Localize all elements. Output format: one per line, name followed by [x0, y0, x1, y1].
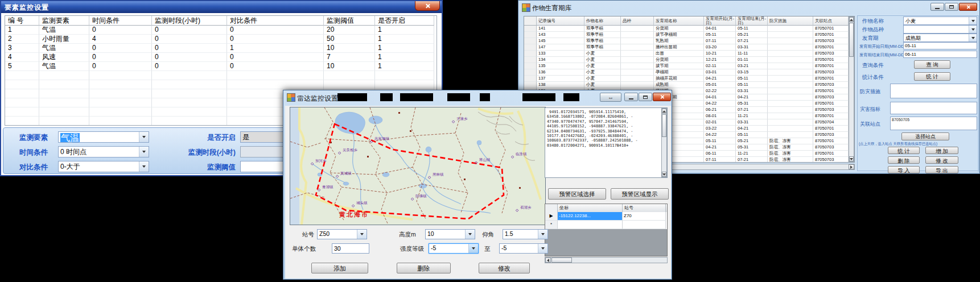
close-button[interactable]	[959, 3, 977, 11]
table-row[interactable]: 1气温000201	[5, 26, 437, 35]
column-header[interactable]: 防灾措施	[768, 16, 813, 26]
stat-button[interactable]: 统 计	[914, 72, 950, 81]
swap-view-button[interactable]: ⇔	[600, 93, 621, 102]
chevron-down-icon[interactable]	[357, 230, 367, 239]
table-row[interactable]: 133小麦出苗10-2111-1187050703	[524, 51, 854, 57]
table-vertical-scrollbar[interactable]	[849, 16, 854, 162]
column-header[interactable]: 监测要素	[39, 16, 89, 26]
scroll-down-icon[interactable]	[662, 172, 666, 177]
add-action-button[interactable]: 增 加	[925, 147, 958, 154]
column-header[interactable]: 监测阈值	[324, 16, 375, 26]
titlebar[interactable]: 要素监控设置	[1, 1, 442, 13]
table-row[interactable]: 3气温001101	[5, 44, 437, 53]
scroll-thumb[interactable]	[662, 114, 666, 137]
table-row[interactable]: 138小麦成熟期05-0105-1187050703	[524, 82, 854, 88]
crop-variety-combobox[interactable]	[903, 25, 977, 34]
table-row[interactable]: *	[545, 221, 667, 229]
column-header[interactable]: 关联站点	[813, 16, 849, 26]
table-row[interactable]	[5, 80, 437, 89]
chevron-down-icon[interactable]	[538, 244, 547, 253]
table-row[interactable]: 145双季早稻乳熟期07-1107-2187050703	[524, 38, 854, 44]
column-header[interactable]: 时间条件	[89, 16, 152, 26]
table-row[interactable]: 2小时雨量400501	[5, 35, 437, 44]
scroll-left-icon[interactable]	[545, 258, 551, 263]
maximize-button[interactable]	[945, 3, 958, 11]
chevron-down-icon[interactable]	[538, 230, 547, 239]
scroll-up-icon[interactable]	[662, 109, 666, 114]
chevron-down-icon[interactable]	[969, 26, 977, 33]
column-header[interactable]: 品种	[621, 16, 654, 26]
titlebar[interactable]: 作物生育期库	[518, 1, 979, 14]
table-row[interactable]: 147双季早稻播种出苗期03-2003-3187050701	[524, 44, 854, 51]
column-header[interactable]: 记录编号	[537, 16, 584, 26]
column-header[interactable]	[545, 204, 558, 212]
delete-button[interactable]: 删除	[397, 263, 451, 273]
elevation-combobox[interactable]: 1.5	[503, 229, 548, 239]
warning-area-select-button[interactable]: 预警区域选择	[548, 188, 606, 200]
chevron-down-icon[interactable]	[139, 147, 149, 157]
table-row[interactable]	[5, 71, 437, 80]
scroll-down-icon[interactable]	[849, 156, 854, 161]
delete-action-button[interactable]: 删 除	[888, 156, 920, 164]
column-header[interactable]: 坐标	[558, 204, 623, 212]
close-button[interactable]	[415, 1, 440, 11]
query-button[interactable]: 查 询	[914, 60, 950, 69]
height-combobox[interactable]: 10	[425, 229, 475, 239]
modify-button[interactable]: 修改	[479, 263, 530, 273]
stage-end-input[interactable]: 06-11	[903, 51, 977, 58]
time-condition-combobox[interactable]: 0 时间点	[58, 146, 149, 157]
table-row[interactable]: 4风速00071	[5, 53, 437, 62]
select-station-button[interactable]: 选择站点	[901, 132, 949, 140]
intensity-to-combobox[interactable]: -5	[499, 243, 548, 254]
table-row[interactable]: 143双季早稻拔节孕穗期05-1105-2187050701	[524, 32, 854, 38]
scroll-right-icon[interactable]	[849, 164, 854, 169]
chevron-down-icon[interactable]	[465, 230, 475, 239]
station-combobox[interactable]: Z50	[317, 229, 367, 239]
table-row[interactable]: 136小麦孕穗期03-0103-1587050703	[524, 69, 854, 76]
modify-action-button[interactable]: 修 改	[925, 156, 958, 164]
close-button[interactable]	[653, 93, 671, 101]
coords-vertical-scrollbar[interactable]	[661, 108, 667, 177]
cell-count-input[interactable]: 30	[332, 243, 369, 254]
export-action-button[interactable]: 导 出	[925, 166, 958, 173]
scroll-thumb[interactable]	[551, 258, 572, 263]
crop-name-combobox[interactable]: 小麦	[903, 16, 977, 25]
maximize-button[interactable]	[639, 93, 652, 101]
minimize-button[interactable]	[930, 3, 944, 11]
column-header[interactable]: 发育期开始(月-日)	[704, 16, 736, 26]
column-header[interactable]: 是否开启	[375, 16, 434, 26]
compare-condition-combobox[interactable]: 0-大于	[58, 161, 149, 172]
measures-textarea[interactable]	[890, 84, 977, 98]
table-row[interactable]: 134小麦分蘖期12-2101-1187050701	[524, 57, 854, 63]
grid-horizontal-scrollbar[interactable]	[545, 257, 668, 263]
column-header[interactable]: 编 号	[5, 16, 39, 26]
minimize-button[interactable]	[624, 93, 638, 101]
chevron-down-icon[interactable]	[969, 17, 977, 24]
table-row[interactable]: 5气温000101	[5, 62, 437, 71]
stage-start-input[interactable]: 05-11	[903, 42, 977, 49]
column-header[interactable]: 对比条件	[227, 16, 324, 26]
scroll-thumb[interactable]	[849, 23, 854, 57]
add-button[interactable]: 添加	[311, 263, 368, 273]
stat-action-button[interactable]: 统 计	[888, 147, 920, 154]
growth-stage-combobox[interactable]: 成熟期	[903, 34, 977, 42]
table-row[interactable]: 137小麦抽穗开花期04-2105-1187050701	[524, 76, 854, 82]
column-header[interactable]: 监测时段(小时)	[152, 16, 227, 26]
intensity-combobox[interactable]: -5	[429, 243, 479, 254]
stations-textarea[interactable]: 87050705	[890, 117, 977, 130]
table-row[interactable]: 135小麦拔节期02-1103-2187050701	[524, 63, 854, 69]
chevron-down-icon[interactable]	[969, 34, 977, 42]
column-header[interactable]: 作物名称	[584, 16, 621, 26]
map[interactable]: 黄北海市 高家堰镇吴良相乡加河乡莫城镇将山镇临淮镇大康乡卧佛镇石湖乡城头镇青湖镇…	[290, 107, 546, 225]
table-row[interactable]: 141双季早稻分蘖期04-0105-1187050701	[524, 26, 854, 32]
chevron-down-icon[interactable]	[139, 132, 149, 142]
indicator-textarea[interactable]	[890, 102, 977, 114]
scroll-up-icon[interactable]	[849, 17, 854, 22]
column-header[interactable]: 发育期结束(月-日)	[736, 16, 768, 26]
column-header[interactable]: 站号	[623, 204, 666, 212]
column-header[interactable]: 发育期名称	[654, 16, 704, 26]
element-combobox[interactable]: 气温	[58, 131, 149, 143]
column-header[interactable]	[524, 16, 537, 26]
polygon-coordinates-textarea[interactable]: 9491.0172034571, 905914.11175410, 63458.…	[545, 107, 668, 178]
table-row[interactable]: ▶-15122.12238...Z70	[545, 212, 667, 221]
